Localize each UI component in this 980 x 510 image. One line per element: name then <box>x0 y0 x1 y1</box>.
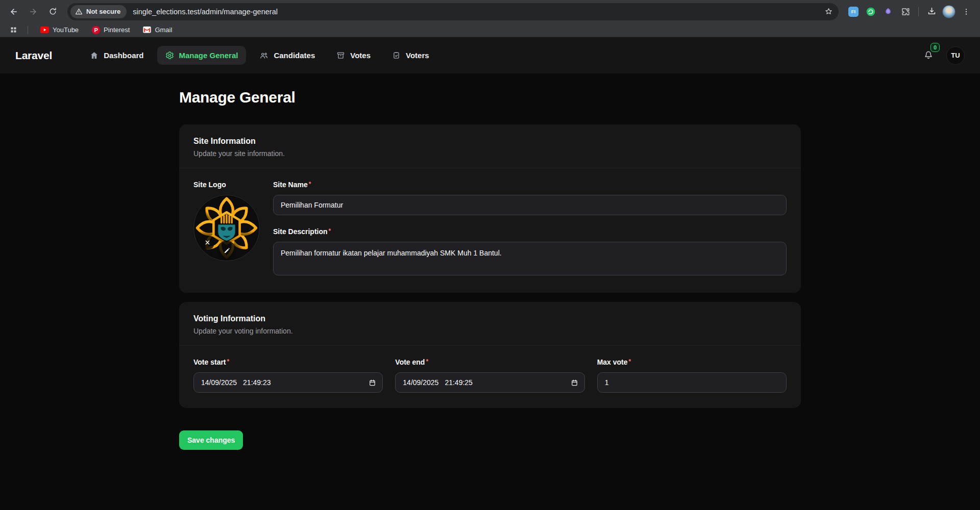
clipboard-check-icon <box>392 51 401 60</box>
nav-item-candidates[interactable]: Candidates <box>251 46 323 65</box>
max-vote-input[interactable] <box>597 372 787 393</box>
nav-item-label: Dashboard <box>104 51 143 60</box>
site-name-label-text: Site Name <box>273 181 308 189</box>
required-asterisk: * <box>426 358 428 365</box>
forward-icon <box>29 7 38 16</box>
vote-end-input[interactable]: 14/09/2025 21:49:25 <box>395 372 584 393</box>
nav-items: Dashboard Manage General Candidates Vote… <box>82 46 437 65</box>
nav-item-label: Voters <box>406 51 429 60</box>
vote-start-field: Vote start* 14/09/2025 21:49:23 <box>193 358 383 393</box>
bookmark-pinterest[interactable]: P Pinterest <box>88 24 134 36</box>
required-asterisk: * <box>309 181 311 188</box>
site-logo-column: Site Logo <box>193 181 261 277</box>
brand-logo[interactable]: Laravel <box>15 49 52 62</box>
vote-end-label: Vote end* <box>395 358 584 366</box>
browser-toolbar: Not secure single_elections.test/admin/m… <box>0 0 980 23</box>
notifications-button[interactable]: 0 <box>921 47 936 64</box>
site-information-card: Site Information Update your site inform… <box>179 124 801 293</box>
voting-information-card: Voting Information Update your voting in… <box>179 302 801 408</box>
max-vote-field: Max vote* <box>597 358 787 393</box>
site-name-input[interactable] <box>273 195 787 215</box>
notification-badge: 0 <box>930 43 940 52</box>
page-title: Manage General <box>179 89 801 106</box>
archive-box-icon <box>336 51 345 60</box>
nav-item-votes[interactable]: Votes <box>328 46 379 65</box>
site-card-subtitle: Update your site information. <box>193 149 787 158</box>
vote-start-input[interactable]: 14/09/2025 21:49:23 <box>193 372 383 393</box>
save-changes-button[interactable]: Save changes <box>179 430 243 450</box>
extension-purple-button[interactable] <box>881 5 895 18</box>
nav-right: 0 TU <box>921 46 965 65</box>
vote-end-field: Vote end* 14/09/2025 21:49:25 <box>395 358 584 393</box>
vote-end-label-text: Vote end <box>395 358 425 366</box>
required-asterisk: * <box>329 227 331 235</box>
extension-fi-button[interactable]: FI <box>847 5 860 18</box>
logo-remove-button[interactable] <box>201 236 214 249</box>
bookmark-label: YouTube <box>53 26 79 34</box>
bookmarks-separator <box>28 26 28 34</box>
site-description-label: Site Description* <box>273 227 787 236</box>
not-secure-chip[interactable]: Not secure <box>70 5 127 18</box>
browser-profile-avatar[interactable] <box>942 5 955 18</box>
max-vote-label: Max vote* <box>597 358 787 366</box>
calendar-icon[interactable] <box>369 379 376 387</box>
vote-end-date[interactable]: 14/09/2025 <box>403 378 438 387</box>
required-asterisk: * <box>227 358 230 365</box>
vote-start-time[interactable]: 21:49:23 <box>243 378 271 387</box>
toolbar-separator <box>918 7 919 16</box>
voting-card-body: Vote start* 14/09/2025 21:49:23 Vote end… <box>179 346 801 408</box>
forward-button[interactable] <box>24 3 42 20</box>
extensions-cluster: FI <box>845 5 975 18</box>
max-vote-label-text: Max vote <box>597 358 628 366</box>
extension-green-button[interactable] <box>864 5 877 18</box>
user-avatar[interactable]: TU <box>946 46 965 65</box>
users-icon <box>259 51 268 60</box>
pencil-icon <box>223 247 231 254</box>
home-icon <box>90 51 99 60</box>
required-asterisk: * <box>629 358 631 365</box>
browser-menu-button[interactable] <box>960 5 973 18</box>
nav-item-label: Candidates <box>274 51 315 60</box>
purple-extension-icon <box>884 7 893 16</box>
fi-extension-icon: FI <box>848 7 859 17</box>
url-text[interactable]: single_elections.test/admin/manage-gener… <box>133 8 821 16</box>
site-name-label: Site Name* <box>273 181 787 189</box>
bookmark-gmail[interactable]: Gmail <box>139 24 176 35</box>
voting-card-title: Voting Information <box>193 314 787 323</box>
puzzle-icon <box>901 7 910 16</box>
calendar-icon[interactable] <box>571 379 578 387</box>
nav-item-manage-general[interactable]: Manage General <box>157 46 247 65</box>
site-description-input[interactable]: Pemilihan formatur ikatan pelajar muhamm… <box>273 242 787 275</box>
voting-card-header: Voting Information Update your voting in… <box>179 302 801 345</box>
bookmark-star-button[interactable] <box>821 5 836 19</box>
bookmark-youtube[interactable]: YouTube <box>36 24 83 35</box>
warning-triangle-icon <box>75 8 83 15</box>
site-logo-label: Site Logo <box>193 181 261 189</box>
nav-item-label: Votes <box>350 51 371 60</box>
close-icon <box>205 240 210 245</box>
vote-start-date[interactable]: 14/09/2025 <box>201 378 237 387</box>
reload-icon <box>48 7 57 16</box>
security-label: Not secure <box>86 8 120 15</box>
star-icon <box>824 7 833 16</box>
nav-item-voters[interactable]: Voters <box>384 46 437 65</box>
vote-end-time[interactable]: 21:49:25 <box>445 378 473 387</box>
nav-item-dashboard[interactable]: Dashboard <box>82 46 152 65</box>
apps-grid-button[interactable] <box>7 24 19 36</box>
gear-icon <box>165 51 174 60</box>
extensions-menu-button[interactable] <box>899 5 912 18</box>
reload-button[interactable] <box>44 3 61 20</box>
download-icon <box>927 7 937 16</box>
vote-start-label-text: Vote start <box>193 358 226 366</box>
site-description-label-text: Site Description <box>273 227 328 236</box>
downloads-button[interactable] <box>925 5 938 18</box>
bookmarks-bar: YouTube P Pinterest Gmail <box>0 23 980 37</box>
back-button[interactable] <box>5 3 22 20</box>
site-logo-wrap <box>193 195 260 261</box>
site-fields-column: Site Name* Site Description* Pemilihan f… <box>273 181 787 277</box>
address-bar[interactable]: Not secure single_elections.test/admin/m… <box>67 3 839 20</box>
apps-grid-icon <box>10 26 17 34</box>
kebab-menu-icon <box>962 8 970 16</box>
logo-edit-button[interactable] <box>217 241 236 260</box>
youtube-icon <box>40 27 49 33</box>
